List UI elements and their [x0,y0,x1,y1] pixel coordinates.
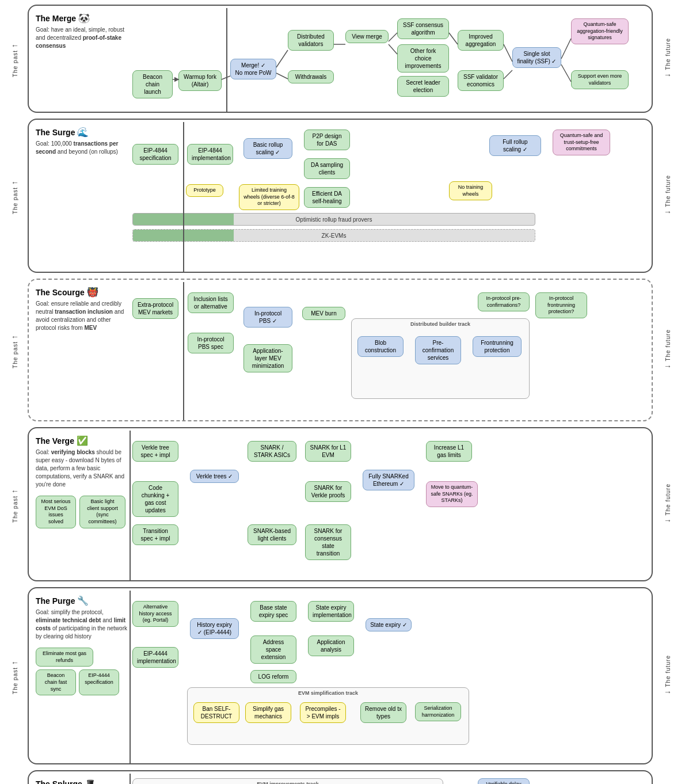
node-warmup-fork: Warmup fork (Altair) [178,70,222,91]
node-eip4844-spec: EIP-4844 specification [132,144,178,165]
node-beacon-chain: Beacon chain launch [132,70,173,98]
scourge-content: Extra-protocol MEV markets Inclusion lis… [132,287,645,413]
splurge-divider [130,774,131,784]
surge-emoji: 🌊 [77,127,89,138]
purge-left-label: ← The past [5,658,25,694]
node-p2p-das: P2P design for DAS [304,130,350,150]
merge-left-arrow: ← [11,41,19,50]
evm-improvements-track: EVM improvements track EOF Big modular a… [132,778,443,784]
node-in-protocol-pbs-spec: In-protocol PBS spec [188,333,234,353]
merge-title-text: The Merge [36,14,76,23]
svg-line-5 [389,33,397,41]
node-precompiles-evm: Precompiles -> EVM impls [300,702,346,723]
merge-emoji: 🐼 [78,13,90,24]
node-snark-based-light: SNARK-based light clients [248,524,296,545]
surge-left-label: ← The past [5,178,25,214]
node-snark-l1-evm: SNARK for L1 EVM [305,441,351,462]
node-ssf-validator-economics: SSF validator economics [458,70,504,91]
svg-line-2 [276,50,288,67]
node-alt-history-access: Alternative history access (eg. Portal) [132,601,178,627]
node-ban-selfdestruct: Ban SELF-DESTRUCT [193,702,239,723]
node-address-space: Address space extension [250,635,296,664]
evm-simplification-label: EVM simplification track [190,690,466,696]
verge-title: The Verge ✅ [36,435,128,446]
purge-goal: Goal: simplify the protocol, eliminate t… [36,608,128,641]
scourge-past-label: The past [12,341,18,368]
svg-line-11 [561,64,571,82]
splurge-title-text: The Splurge [36,779,82,785]
scourge-goal: Goal: ensure reliable and credibly neutr… [36,300,128,332]
purge-title-text: The Purge [36,596,75,606]
distributed-builder-track: Distributed builder track Blob construct… [351,318,530,399]
node-state-expiry: State expiry ✓ [366,618,412,631]
merge-left-label: ← The past [5,41,25,77]
evm-improvements-label: EVM improvements track [135,781,440,784]
verge-goal: Goal: verifying blocks should be super e… [36,448,128,489]
merge-divider [226,8,227,112]
merge-section: The Merge 🐼 Goal: have an ideal, simple,… [28,5,653,113]
node-verkle-spec: Verkle tree spec + impl [132,441,178,462]
merge-past-label: The past [12,50,18,77]
scourge-title-text: The Scourge [36,288,85,297]
verge-future-label: The future [665,484,671,516]
evm-simplification-track: EVM simplification track Ban SELF-DESTRU… [187,687,469,745]
node-no-training-wheels: No training wheels [449,181,492,200]
scourge-emoji: 👹 [87,287,98,298]
purge-content: Alternative history access (eg. Portal) … [132,595,645,756]
node-snark-stark-asics: SNARK / STARK ASICs [248,441,296,462]
node-vdf-spec: Verifiable delay function spec [478,778,530,784]
node-application-analysis: Application analysis [308,635,354,656]
merge-goal: Goal: have an ideal, simple, robust and … [36,26,128,50]
node-snark-verkle-proofs: SNARK for Verkle proofs [305,481,351,502]
scourge-title: The Scourge 👹 [36,287,128,298]
scourge-section-wrapper: ← The past The Scourge 👹 Goal: ensure re… [5,279,680,421]
surge-title: The Surge 🌊 [36,127,128,138]
node-increase-l1-gas: Increase L1 gas limits [426,441,472,462]
purge-section-wrapper: ← The past The Purge 🔧 Goal: simplify th… [5,587,680,764]
node-eip4844-impl: EIP-4844 implementation [187,144,233,165]
node-beacon-fast-sync: Beacon chain fast sync [36,669,76,695]
merge-title: The Merge 🐼 [36,13,128,24]
surge-right-arrow: → [664,207,672,216]
node-in-protocol-frontrun: In-protocol frontrunning protection? [535,292,587,318]
node-remove-old-tx: Remove old tx types [360,702,406,723]
svg-line-9 [504,70,512,79]
verge-divider [130,431,131,580]
verge-content: Verkle tree spec + impl Code chunking + … [132,435,645,573]
purge-title: The Purge 🔧 [36,595,128,606]
node-improved-aggregation: Improved aggregation [458,30,504,51]
node-eip4444-impl: EIP-4444 implementation [132,647,178,668]
node-basic-rollup: Basic rollup scaling ✓ [243,138,292,159]
node-snark-consensus: SNARK for consensus state transition [305,524,351,560]
node-code-chunking: Code chunking + gas cost updates [132,481,178,517]
scourge-right-arrow: → [664,361,672,371]
node-inclusion-lists: Inclusion lists or alternative [188,292,234,313]
node-merge: Merge! ✓No more PoW [230,59,276,79]
svg-line-7 [449,33,458,44]
surge-divider [183,122,184,272]
verge-right-label: The future → [655,484,680,525]
surge-left-arrow: ← [11,178,19,187]
node-view-merge: View merge [345,30,389,43]
purge-future-label: The future [665,655,671,687]
purge-right-arrow: → [664,687,672,697]
node-quantum-safe-agg: Quantum-safe aggregation-friendly signat… [571,18,629,44]
roadmap-container: ← The past The Merge 🐼 Goal: have an ide… [5,5,680,784]
node-blob-construction: Blob construction [357,336,404,357]
node-ssf: Single slot finality (SSF) ✓ [512,47,561,68]
node-simplify-gas: Simplify gas mechanics [245,702,291,723]
scourge-right-label: The future → [655,329,680,371]
merge-right-label: The future → [655,38,680,79]
node-eip4444-spec: EIP-4444 specification [79,669,119,695]
surge-right-label: The future → [655,175,680,216]
surge-past-label: The past [12,187,18,214]
node-ssf-consensus: SSF consensus algorithm [397,18,449,39]
verge-title-text: The Verge [36,436,74,446]
node-eliminate-gas-refunds: Eliminate most gas refunds [36,648,93,667]
node-app-layer-mev: Application-layer MEV minimization [243,344,292,372]
purge-emoji: 🔧 [77,595,89,606]
verge-checkmark: ✅ [77,435,88,446]
node-preconf-services: Pre-confirmation services [415,336,461,364]
surge-section-wrapper: ← The past The Surge 🌊 Goal: 100,000 tra… [5,119,680,273]
splurge-left-panel: The Splurge 🎩 Goal: fix everything else … [36,778,128,784]
